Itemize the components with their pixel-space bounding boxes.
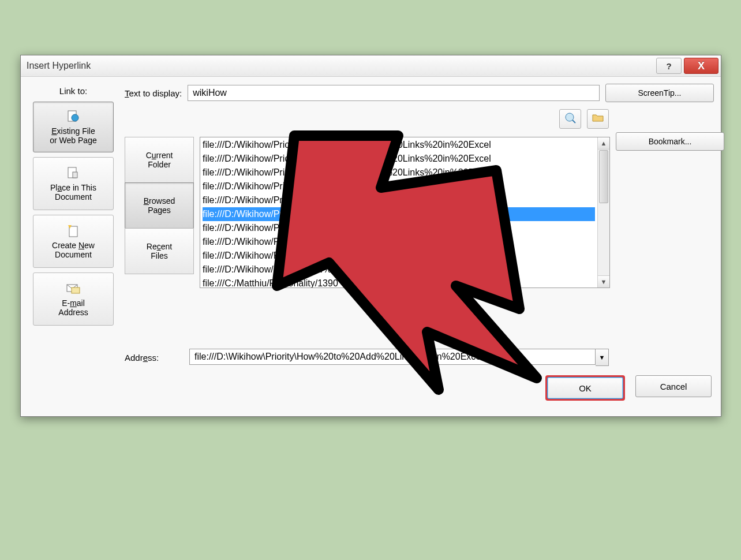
list-item[interactable]: file:///D:/Wikihow/Priority/How%20to%20A… bbox=[203, 221, 595, 235]
linkto-text-2b: Document bbox=[55, 250, 92, 259]
list-item[interactable]: file:///D:/Wikihow/Priority/How%20to%20A… bbox=[203, 152, 595, 166]
scroll-thumb[interactable] bbox=[599, 150, 608, 203]
email-icon bbox=[66, 281, 81, 296]
tab-recent-files[interactable]: RecentFiles bbox=[125, 228, 194, 274]
link-to-existing-file[interactable]: EExisting Filexisting Fileor Web Page bbox=[33, 102, 114, 152]
svg-point-1 bbox=[72, 114, 78, 121]
list-item[interactable]: file:///D:/Wikihow/Priority/How%20to%20A… bbox=[203, 166, 595, 180]
address-label: Address: bbox=[125, 353, 182, 363]
dialog-title: Insert Hyperlink bbox=[27, 61, 656, 71]
browse-tabs: CurrentFolder BrowsedPages RecentFiles bbox=[125, 137, 194, 343]
address-input[interactable] bbox=[189, 349, 596, 365]
ok-highlight: OK bbox=[545, 375, 625, 401]
svg-line-9 bbox=[572, 120, 575, 123]
help-icon: ? bbox=[666, 61, 671, 71]
link-to-panel: Link to: EExisting Filexisting Fileor We… bbox=[28, 84, 119, 401]
link-to-email[interactable]: E-mailAddress bbox=[33, 272, 114, 326]
chevron-down-icon: ▼ bbox=[599, 354, 605, 361]
svg-rect-4 bbox=[69, 226, 77, 237]
list-item[interactable]: file:///C:/Matthiu/Personality/1390_9151… bbox=[203, 277, 595, 288]
svg-point-8 bbox=[566, 113, 574, 121]
linkto-text-0b: or Web Page bbox=[50, 136, 96, 145]
list-item[interactable]: file:///D:/Wikihow/Priority/How%20to%20A… bbox=[203, 207, 595, 221]
document-bookmark-icon bbox=[66, 166, 81, 181]
scroll-down-button[interactable]: ▼ bbox=[598, 275, 609, 288]
ok-button[interactable]: OK bbox=[547, 377, 623, 399]
screentip-button[interactable]: ScreenTip... bbox=[605, 84, 714, 102]
browse-web-button[interactable] bbox=[559, 109, 581, 129]
scroll-up-button[interactable]: ▲ bbox=[598, 137, 609, 150]
svg-rect-3 bbox=[73, 172, 77, 178]
list-item[interactable]: file:///D:/Wikihow/Priority/How%20to%20A… bbox=[203, 263, 595, 277]
file-listbox[interactable]: file:///D:/Wikihow/Priority/How%20to%20A… bbox=[200, 137, 610, 288]
globe-page-icon bbox=[66, 109, 81, 124]
web-search-icon bbox=[564, 112, 576, 126]
list-item[interactable]: file:///D:/Wikihow/Priority/How%20to%20A… bbox=[203, 193, 595, 207]
tab-current-folder[interactable]: CurrentFolder bbox=[125, 137, 194, 183]
linkto-text-3b: Address bbox=[58, 308, 88, 317]
bookmark-button[interactable]: Bookmark... bbox=[616, 132, 724, 151]
browse-file-button[interactable] bbox=[587, 109, 609, 129]
cancel-button[interactable]: Cancel bbox=[635, 375, 712, 397]
text-to-display-input[interactable] bbox=[188, 85, 600, 101]
close-button[interactable]: X bbox=[684, 58, 718, 74]
link-to-create-new[interactable]: Create NewDocument bbox=[33, 215, 114, 268]
list-item[interactable]: file:///D:/Wikihow/Priority/How%20to%20A… bbox=[203, 249, 595, 263]
linkto-text-1b: Document bbox=[55, 192, 92, 201]
scrollbar[interactable]: ▲ ▼ bbox=[597, 137, 609, 288]
text-to-display-label: Text to display: bbox=[125, 88, 182, 98]
tab-browsed-pages[interactable]: BrowsedPages bbox=[125, 182, 194, 229]
help-button[interactable]: ? bbox=[656, 58, 682, 74]
list-item[interactable]: file:///D:/Wikihow/Priority/How%20to%20A… bbox=[203, 180, 595, 193]
titlebar: Insert Hyperlink ? X bbox=[21, 55, 721, 77]
address-dropdown-button[interactable]: ▼ bbox=[596, 349, 609, 366]
insert-hyperlink-dialog: Insert Hyperlink ? X Link to: EExisting … bbox=[20, 55, 721, 417]
link-to-place-in-doc[interactable]: Place in ThisDocument bbox=[33, 157, 114, 210]
close-icon: X bbox=[698, 60, 705, 72]
list-item[interactable]: file:///D:/Wikihow/Priority/How%20to%20A… bbox=[203, 235, 595, 249]
folder-open-icon bbox=[592, 113, 604, 125]
list-item[interactable]: file:///D:/Wikihow/Priority/How%20to%20A… bbox=[203, 138, 595, 152]
link-to-label: Link to: bbox=[59, 86, 87, 96]
svg-rect-7 bbox=[72, 288, 80, 293]
new-document-icon bbox=[66, 223, 81, 238]
